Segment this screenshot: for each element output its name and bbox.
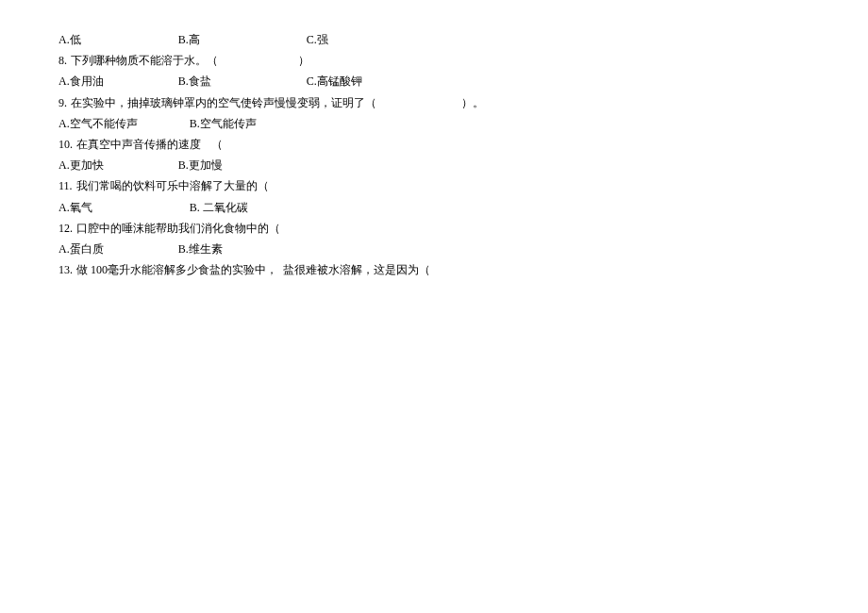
q7-optA-label: A. [58, 33, 70, 46]
q12-optA-text: 蛋白质 [70, 242, 104, 256]
q10-num: 10. [58, 138, 73, 151]
q9-optB-label: B. [190, 117, 200, 130]
q13-num: 13. [58, 263, 73, 276]
q7-optB-text: 高 [189, 33, 200, 46]
q10-options: A.更加快B.更加慢 [58, 155, 868, 175]
q7-optC-label: C. [307, 33, 317, 46]
q9-stem-text: 在实验中，抽掉玻璃钟罩内的空气使铃声慢慢变弱，证明了（ [71, 96, 376, 109]
q8-stem: 8.下列哪种物质不能溶于水。（） [58, 50, 868, 71]
q12-stem-text: 口腔中的唾沫能帮助我们消化食物中的（ [76, 222, 280, 235]
q9-optA-text: 空气不能传声 [70, 117, 138, 130]
q11-options: A.氧气B.二氧化碳 [58, 197, 868, 218]
q10-paren: （ [211, 138, 223, 151]
q10-optA-label: A. [58, 158, 70, 172]
q10-optB-text: 更加慢 [189, 158, 223, 172]
q8-optB-text: 食盐 [189, 75, 211, 88]
q7-options: A.低B.高C.强 [58, 29, 868, 50]
q9-optA-label: A. [58, 117, 70, 130]
q13-stem-b: 盐很难被水溶解，这是因为（ [283, 263, 430, 276]
q12-optA-label: A. [58, 242, 70, 256]
q7-optC-text: 强 [317, 33, 328, 46]
q12-optB-label: B. [178, 242, 189, 256]
q8-optA-text: 食用油 [70, 75, 104, 88]
q11-num: 11. [58, 179, 73, 192]
q11-stem-text: 我们常喝的饮料可乐中溶解了大量的（ [76, 179, 269, 192]
q9-stem-close: ）。 [461, 96, 484, 109]
q11-optB-text: 二氧化碳 [203, 201, 248, 214]
q9-optB-text: 空气能传声 [200, 117, 257, 130]
q13-stem-a: 做 100毫升水能溶解多少食盐的实验中， [76, 263, 277, 276]
q10-optB-label: B. [178, 158, 189, 172]
q11-optA-label: A. [58, 201, 70, 214]
q12-num: 12. [58, 222, 73, 235]
q7-optB-label: B. [178, 33, 189, 46]
q8-optB-label: B. [178, 75, 189, 88]
q12-options: A.蛋白质B.维生素 [58, 239, 868, 259]
q12-stem: 12.口腔中的唾沫能帮助我们消化食物中的（ [58, 218, 868, 239]
q10-optA-text: 更加快 [70, 158, 104, 172]
q8-options: A.食用油B.食盐C.高锰酸钾 [58, 71, 868, 91]
q9-stem: 9.在实验中，抽掉玻璃钟罩内的空气使铃声慢慢变弱，证明了（）。 [58, 92, 868, 113]
q8-stem-text: 下列哪种物质不能溶于水。（ [71, 54, 218, 67]
q11-optB-label: B. [190, 201, 200, 214]
q8-num: 8. [58, 54, 67, 67]
q10-stem: 10.在真空中声音传播的速度（ [58, 134, 868, 155]
q8-stem-close: ） [298, 54, 309, 67]
q11-optA-text: 氧气 [70, 201, 92, 214]
q13-stem: 13.做 100毫升水能溶解多少食盐的实验中，盐很难被水溶解，这是因为（ [58, 259, 868, 280]
q8-optA-label: A. [58, 75, 70, 88]
q8-optC-label: C. [307, 75, 317, 88]
q11-stem: 11.我们常喝的饮料可乐中溶解了大量的（ [58, 175, 868, 196]
q12-optB-text: 维生素 [189, 242, 223, 256]
q9-options: A.空气不能传声B.空气能传声 [58, 113, 868, 134]
q10-stem-text: 在真空中声音传播的速度 [76, 138, 201, 151]
q9-num: 9. [58, 96, 67, 109]
q8-optC-text: 高锰酸钾 [317, 75, 362, 88]
q7-optA-text: 低 [70, 33, 81, 46]
